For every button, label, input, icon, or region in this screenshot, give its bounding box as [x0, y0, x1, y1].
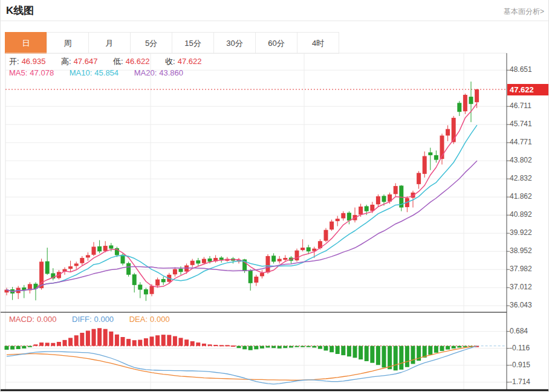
current-price-tag: 47.622: [507, 84, 549, 95]
diff-value: 0.000: [94, 315, 114, 324]
kline-page: K线图 基本面分析> 日周月5分15分30分60分4时 开:46.935 高:4…: [0, 0, 549, 392]
price-axis-label: 42.832: [510, 174, 532, 182]
diff-label: DIFF:: [72, 315, 92, 324]
ma5-label: MA5:: [9, 68, 27, 77]
price-axis-label: 44.771: [510, 138, 532, 146]
high-label: 高:: [61, 57, 71, 66]
price-axis-label: 36.043: [510, 301, 532, 309]
macd-row: MACD:0.000 DIFF:0.000 DEA:0.000: [9, 315, 172, 324]
ma20-value: 43.860: [159, 68, 183, 77]
ma5-value: 47.078: [30, 68, 54, 77]
close-label: 收:: [165, 57, 175, 66]
ma10-value: 45.854: [94, 68, 119, 77]
macd-value: 0.000: [37, 315, 57, 324]
ma20-label: MA20:: [134, 68, 157, 77]
ma-row: MA5:47.078 MA10:45.854 MA20:43.860: [9, 68, 186, 77]
price-axis-label: 37.982: [510, 265, 532, 273]
macd-axis-label: -0.116: [510, 344, 530, 352]
macd-label: MACD:: [9, 315, 34, 324]
quote-row: 开:46.935 高:47.647 低:46.622 收:47.622: [9, 56, 204, 67]
price-axis-label: 46.711: [510, 101, 531, 110]
open-value: 46.935: [22, 57, 46, 66]
high-value: 47.647: [74, 57, 98, 66]
price-axis-label: 37.012: [510, 283, 532, 291]
dea-value: 0.000: [150, 315, 170, 324]
dea-label: DEA:: [129, 315, 148, 324]
price-axis-label: 41.862: [510, 192, 532, 201]
price-axis-label: 38.952: [510, 246, 532, 255]
price-axis-label: 48.651: [510, 65, 532, 74]
price-axis-label: 43.802: [510, 156, 532, 164]
open-label: 开:: [9, 57, 19, 66]
low-value: 46.622: [126, 57, 150, 66]
low-label: 低:: [113, 57, 123, 66]
ma10-label: MA10:: [70, 68, 93, 77]
price-axis-label: 40.892: [510, 210, 532, 219]
price-axis-label: 45.741: [510, 120, 532, 128]
price-axis-label: 39.922: [510, 228, 532, 237]
close-value: 47.622: [178, 57, 202, 66]
macd-axis-label: -0.915: [510, 361, 530, 369]
macd-axis-label: 0.684: [510, 327, 528, 335]
macd-axis-label: -1.714: [510, 378, 530, 386]
